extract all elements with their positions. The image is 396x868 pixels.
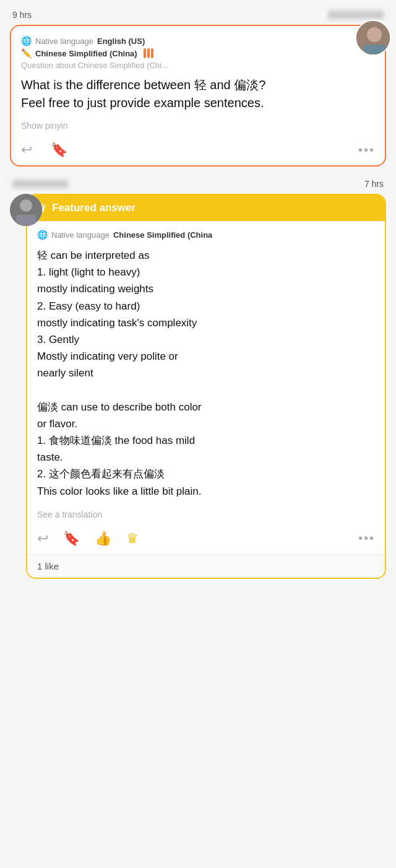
answer-outer: ♛ Featured answer 🌐 Native language Chin… [10,194,386,579]
question-avatar-image [356,21,390,54]
svg-rect-3 [363,45,385,56]
answer-like-icon[interactable]: 👍 [95,531,111,547]
answer-globe-icon: 🌐 [37,230,48,240]
question-time-row: 9 hrs [10,10,386,20]
answer-crown-icon[interactable]: ♛ [126,531,139,547]
svg-point-1 [367,27,382,42]
svg-point-5 [20,199,32,212]
answer-card: ♛ Featured answer 🌐 Native language Chin… [26,194,386,579]
reply-icon[interactable]: ↩ [21,142,32,158]
answer-body: 🌐 Native language Chinese Simplified (Ch… [27,221,385,554]
answer-native-label: Native language [51,230,110,240]
question-username-blur [328,11,384,19]
answer-reply-icon[interactable]: ↩ [37,531,48,547]
pencil-icon: ✏️ [21,48,32,58]
answer-bookmark-icon[interactable]: 🔖 [63,531,80,547]
answer-more-options-icon[interactable]: ••• [358,531,375,545]
question-sub-label: Question about Chinese Simplified (Chi..… [21,61,375,70]
answer-time-row: 7 hrs [10,179,386,189]
svg-rect-7 [16,215,36,226]
answer-username-blur [12,180,68,188]
answer-time: 7 hrs [364,179,384,189]
question-text: What is the difference between 轻 and 偏淡?… [21,76,375,112]
globe-icon: 🌐 [21,36,32,46]
answer-native-lang-row: 🌐 Native language Chinese Simplified (Ch… [37,230,375,240]
likes-row: 1 like [27,554,385,578]
native-language-label: Native language [35,37,93,46]
featured-answer-label: Featured answer [52,202,136,214]
featured-banner: ♛ Featured answer [27,195,385,221]
question-native-lang-row: 🌐 Native language English (US) [21,36,375,46]
answer-avatar [10,194,42,226]
question-learning-lang-row: ✏️ Chinese Simplified (China) [21,48,375,58]
bookmark-icon[interactable]: 🔖 [51,142,67,158]
proficiency-bars [144,48,153,58]
learning-language-value: Chinese Simplified (China) [35,49,137,58]
question-avatar [355,20,391,56]
answer-native-value: Chinese Simplified (China [113,230,212,240]
more-options-icon[interactable]: ••• [358,143,375,157]
question-card: 🌐 Native language English (US) ✏️ Chines… [10,25,386,167]
answer-content: 轻 can be interpreted as 1. light (light … [37,247,375,500]
question-time: 9 hrs [12,10,32,20]
native-language-value: English (US) [97,37,145,46]
show-pinyin-link[interactable]: Show pinyin [21,121,375,131]
likes-count: 1 like [37,561,59,571]
answer-action-row: ↩ 🔖 👍 ♛ ••• [37,531,375,547]
see-translation-link[interactable]: See a translation [37,510,375,519]
question-action-row: ↩ 🔖 ••• [21,142,375,158]
